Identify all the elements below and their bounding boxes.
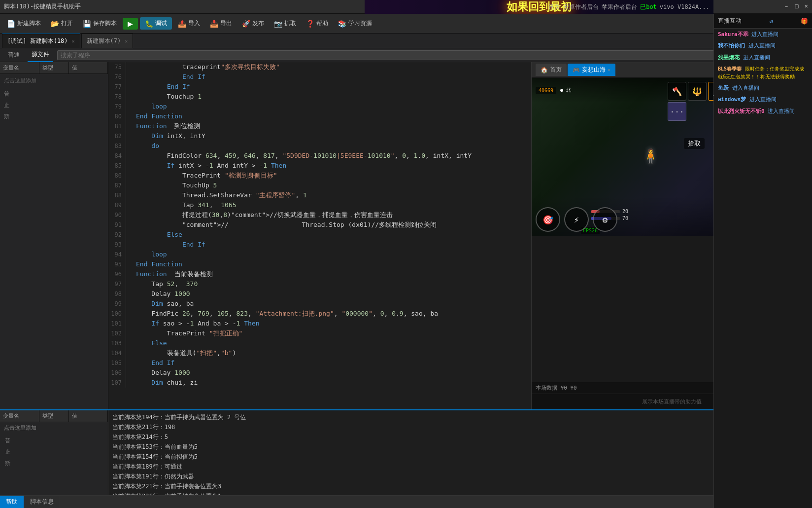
resources-button[interactable]: 📚 学习资源 xyxy=(334,17,376,30)
line-code-76[interactable]: End If xyxy=(134,72,531,82)
new-script-button[interactable]: 📄 新建脚本 xyxy=(3,17,45,30)
line-code-91[interactable]: "comment">// Thread.Stop (dx01)//多线程检测到位… xyxy=(134,220,531,230)
line-code-84[interactable]: FindColor 634, 459, 646, 817, "5D9DED-10… xyxy=(134,151,531,161)
sc-text-6[interactable]: 进入直播间 xyxy=(768,108,795,114)
inv-slot-0[interactable]: 🪓 xyxy=(668,82,686,101)
inv-slot-5[interactable]: ··· xyxy=(668,102,686,121)
minimize-icon[interactable]: － xyxy=(783,2,789,11)
export-button[interactable]: 📤 导入 xyxy=(174,17,204,30)
code-line-102: 102 TracePrint "扫把正确" xyxy=(108,328,531,338)
debug-button[interactable]: 🐛 调试 xyxy=(140,17,172,30)
line-code-89[interactable]: Tap 341, 1065 xyxy=(134,200,531,210)
publish-button[interactable]: 🚀 发布 xyxy=(238,17,268,30)
code-line-85: 85 If intX > -1 And intY > -1 Then xyxy=(108,161,531,171)
lsb-0[interactable]: 普 xyxy=(2,435,106,446)
lsb-1[interactable]: 止 xyxy=(2,447,106,457)
line-code-99[interactable]: Dim sao, ba xyxy=(134,299,531,309)
game-tab-home[interactable]: 🏠 首页 xyxy=(536,64,567,76)
line-code-107[interactable]: Dim chui, zi xyxy=(134,378,531,388)
bottom-tab-help[interactable]: 帮助 xyxy=(0,496,24,508)
code-line-101: 101 If sao > -1 And ba > -1 Then xyxy=(108,319,531,328)
line-code-78[interactable]: Touchup 1 xyxy=(134,92,531,102)
side-label-0[interactable]: 普 xyxy=(2,89,106,99)
maximize-icon[interactable]: □ xyxy=(795,2,799,11)
run-icon: ▶ xyxy=(128,20,133,28)
line-code-81[interactable]: Function 到位检测 xyxy=(134,121,531,131)
line-code-97[interactable]: Tap 52, 370 xyxy=(134,279,531,289)
line-code-101[interactable]: If sao > -1 And ba > -1 Then xyxy=(134,319,531,328)
line-code-79[interactable]: loop xyxy=(134,102,531,111)
add-var-hint[interactable]: 点击这里添加 xyxy=(0,74,108,87)
sub-tab-normal[interactable]: 普通 xyxy=(4,48,24,62)
open-icon: 📂 xyxy=(51,20,59,28)
search-program-input[interactable] xyxy=(57,50,808,60)
help-button[interactable]: ❓ 帮助 xyxy=(302,17,332,30)
code-editor[interactable]: 75 traceprint"多次寻找目标失败" 76 End If 77 End… xyxy=(108,62,531,409)
sc-text-5[interactable]: 进入直播间 xyxy=(749,96,777,103)
save-button[interactable]: 💾 保存脚本 xyxy=(79,17,121,30)
line-code-105[interactable]: End If xyxy=(134,358,531,368)
line-code-94[interactable]: loop xyxy=(134,250,531,259)
tab-1-close[interactable]: ✕ xyxy=(72,38,75,44)
game-action-0[interactable]: 🎯 xyxy=(536,207,560,232)
line-number-101: 101 xyxy=(108,319,126,328)
line-code-77[interactable]: End If xyxy=(134,82,531,92)
line-code-75[interactable]: traceprint"多次寻找目标失败" xyxy=(134,62,531,72)
side-label-2[interactable]: 斯 xyxy=(2,112,106,121)
var-col-val: 值 xyxy=(69,62,108,73)
lsb-2[interactable]: 斯 xyxy=(2,458,106,469)
line-code-93[interactable]: End If xyxy=(134,240,531,250)
bottom-tab-info[interactable]: 脚本信息 xyxy=(24,496,60,508)
banner-icons: 讯关 安卓作者后台 苹果作者后台 已bot vivo V1824A... xyxy=(548,3,710,11)
line-code-98[interactable]: Delay 1000 xyxy=(134,289,531,299)
game-action-1[interactable]: ⚡ xyxy=(564,207,589,232)
side-label-1[interactable]: 止 xyxy=(2,101,106,110)
line-code-100[interactable]: FindPic 26, 769, 105, 823, "Attachment:扫… xyxy=(134,309,531,319)
stream-comments: Sakura不乖 进入直播间我不怕你们 进入直播间浅墨烟花 进入直播间BLS春季… xyxy=(714,62,812,508)
line-code-90[interactable]: 捕提过程(30,8)"comment">//切换武器血量，捕提血量，伤害血量连击 xyxy=(134,210,531,220)
close-icon[interactable]: ✕ xyxy=(805,2,808,11)
line-code-80[interactable]: End Function xyxy=(134,111,531,121)
log-entry-1: 当前脚本第211行：198 xyxy=(110,422,810,432)
line-code-88[interactable]: Thread.SetShareVar "主程序暂停", 1 xyxy=(134,190,531,200)
tab-2-close[interactable]: ✕ xyxy=(125,38,128,44)
code-line-76: 76 End If xyxy=(108,72,531,82)
code-line-83: 83 do xyxy=(108,141,531,151)
banner-icon-3: 已bot xyxy=(640,3,657,11)
code-line-92: 92 Else xyxy=(108,230,531,240)
line-number-96: 96 xyxy=(108,269,126,279)
game-tab-close[interactable]: ✕ xyxy=(608,67,610,73)
game-tab-game[interactable]: 🎮 妄想山海 ✕ xyxy=(568,64,615,76)
line-code-83[interactable]: do xyxy=(134,141,531,151)
game-action-2[interactable]: ⚙ xyxy=(593,207,617,232)
stream-comment-3: BLS春季赛 限时任务：任务奖励完成成就&无红包笑哭！！将无法获得奖励 xyxy=(718,65,808,80)
line-code-82[interactable]: Dim intX, intY xyxy=(134,131,531,141)
line-code-87[interactable]: TouchUp 5 xyxy=(134,181,531,190)
line-code-102[interactable]: TracePrint "扫把正确" xyxy=(134,328,531,338)
add-var-button[interactable]: 点击这里添加 xyxy=(0,422,108,434)
line-code-103[interactable]: Else xyxy=(134,338,531,348)
log-entry-5: 当前脚本第189行：可通过 xyxy=(110,462,810,472)
line-code-92[interactable]: Else xyxy=(134,230,531,240)
code-line-88: 88 Thread.SetShareVar "主程序暂停", 1 xyxy=(108,190,531,200)
tab-2[interactable]: 新建脚本(7) ✕ xyxy=(81,34,134,48)
line-number-87: 87 xyxy=(108,181,126,190)
line-code-96[interactable]: Function 当前装备检测 xyxy=(134,269,531,279)
sc-text-4[interactable]: 进入直播间 xyxy=(732,85,759,91)
line-code-95[interactable]: End Function xyxy=(134,259,531,269)
line-code-85[interactable]: If intX > -1 And intY > -1 Then xyxy=(134,161,531,171)
save-icon: 💾 xyxy=(83,20,91,28)
stream-comment-5: windows梦 进入直播间 xyxy=(718,96,808,103)
run-button[interactable]: ▶ xyxy=(123,18,138,30)
tab-1[interactable]: [调试] 新建脚本(18) ✕ xyxy=(2,34,80,48)
open-button[interactable]: 📂 打开 xyxy=(47,17,77,30)
line-number-80: 80 xyxy=(108,111,126,121)
line-code-104[interactable]: 装备道具("扫把","b") xyxy=(134,348,531,358)
line-code-86[interactable]: TracePrint "检测到身侧目标" xyxy=(134,171,531,181)
inv-slot-1[interactable]: 🔱 xyxy=(688,82,707,101)
sc-user-5: windows梦 xyxy=(718,96,746,103)
line-code-106[interactable]: Delay 1000 xyxy=(134,368,531,378)
import-button[interactable]: 📥 导出 xyxy=(206,17,236,30)
capture-button[interactable]: 📷 抓取 xyxy=(270,17,300,30)
sub-tab-source[interactable]: 源文件 xyxy=(28,48,53,62)
